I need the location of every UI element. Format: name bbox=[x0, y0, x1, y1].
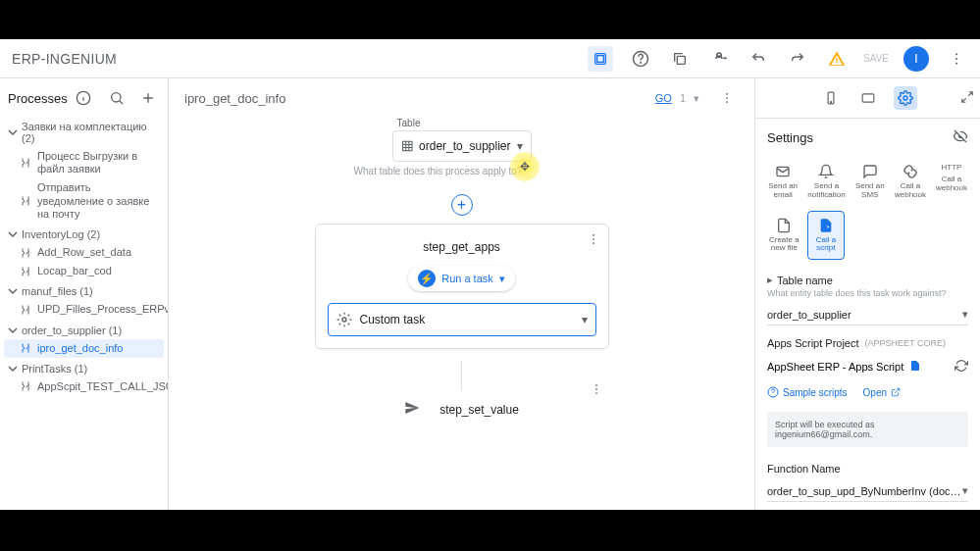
svg-rect-24 bbox=[862, 94, 874, 102]
search-icon[interactable] bbox=[105, 86, 129, 110]
svg-point-23 bbox=[830, 102, 831, 103]
canvas: ipro_get_doc_info GO 1 ▾ Table order_to_… bbox=[169, 78, 754, 510]
bolt-icon: ⚡ bbox=[418, 270, 436, 287]
open-link[interactable]: Open bbox=[863, 386, 901, 398]
apps-script-label: Apps Script Project (APPSHEET CORE) bbox=[767, 337, 968, 349]
settings-title: Settings bbox=[755, 119, 980, 153]
chevron-down-icon: ▾ bbox=[582, 313, 588, 326]
topbar: ERP-INGENIUM SAVE I bbox=[0, 39, 980, 78]
move-cursor-icon: ✥ bbox=[510, 152, 540, 181]
add-step-button[interactable]: + bbox=[451, 194, 473, 216]
chevron-down-icon: ▾ bbox=[517, 139, 523, 153]
breadcrumb: ipro_get_doc_info bbox=[184, 91, 285, 106]
table-label: Table bbox=[397, 118, 421, 128]
svg-point-20 bbox=[595, 388, 597, 390]
gear-icon bbox=[336, 312, 352, 327]
svg-point-15 bbox=[593, 234, 594, 236]
function-name-label: Function Name bbox=[767, 463, 968, 475]
step-menu-icon[interactable] bbox=[715, 86, 739, 110]
table-name-hint: What entity table does this task work ag… bbox=[767, 288, 968, 298]
document-icon[interactable] bbox=[909, 359, 921, 375]
table-select[interactable]: order_to_supplier ▾ bbox=[392, 130, 532, 162]
task-type-webhook[interactable]: Call a webhook bbox=[892, 157, 929, 207]
process-tree: Заявки на комплектацию (2) Процесс Выгру… bbox=[0, 118, 168, 406]
more-menu-icon[interactable] bbox=[945, 47, 968, 71]
step-card[interactable]: step_get_apps ⚡ Run a task ▾ Custom task… bbox=[315, 224, 609, 349]
preview-icon[interactable] bbox=[588, 46, 613, 72]
info-icon[interactable] bbox=[72, 86, 95, 110]
app-name: ERP-INGENIUM bbox=[12, 51, 117, 67]
svg-point-8 bbox=[955, 62, 957, 64]
tab-mobile[interactable] bbox=[819, 86, 843, 110]
copy-icon[interactable] bbox=[668, 47, 692, 71]
svg-point-19 bbox=[595, 384, 597, 386]
sidebar: Processes Заявки на комплектацию (2) Про… bbox=[0, 78, 169, 510]
warning-icon[interactable] bbox=[825, 47, 849, 71]
svg-point-11 bbox=[726, 93, 728, 95]
redo-icon[interactable] bbox=[786, 47, 809, 71]
send-icon bbox=[404, 400, 420, 420]
help-icon[interactable] bbox=[629, 47, 652, 71]
device-tabs bbox=[755, 78, 980, 119]
tree-item[interactable]: UPD_Filles_Process_ERPv3 bbox=[4, 300, 164, 319]
table-name-select[interactable]: order_to_supplier▾ bbox=[767, 304, 968, 326]
share-icon[interactable] bbox=[707, 47, 731, 71]
svg-point-16 bbox=[593, 238, 594, 240]
chevron-right-icon[interactable]: ▸ bbox=[767, 274, 773, 286]
tab-settings[interactable] bbox=[894, 86, 917, 110]
task-type-file[interactable]: Create a new file bbox=[765, 211, 803, 261]
go-count: 1 bbox=[680, 92, 686, 104]
project-row: AppSheet ERP - Apps Script bbox=[755, 355, 980, 378]
table-name-label: ▸Table name bbox=[767, 274, 968, 286]
tree-group-3[interactable]: order_to_supplier (1) bbox=[4, 322, 164, 339]
task-type-sms[interactable]: Send an SMS bbox=[852, 157, 888, 207]
tree-item[interactable]: Add_Row_set_data bbox=[4, 243, 164, 262]
tree-item[interactable]: Locap_bar_cod bbox=[4, 262, 164, 280]
svg-point-6 bbox=[955, 53, 957, 55]
custom-task-select[interactable]: Custom task ▾ bbox=[328, 303, 596, 336]
task-type-http[interactable]: HTTPCall a webhook bbox=[933, 157, 970, 207]
svg-point-7 bbox=[955, 58, 957, 60]
tree-item[interactable]: Процесс Выгрузки в файл заявки bbox=[4, 147, 164, 178]
undo-icon[interactable] bbox=[747, 47, 770, 71]
step-floating[interactable]: step_set_value bbox=[404, 400, 519, 420]
step-menu-icon[interactable] bbox=[587, 232, 600, 250]
connector bbox=[461, 361, 462, 390]
tree-item-selected[interactable]: ipro_get_doc_info bbox=[4, 339, 164, 358]
svg-point-25 bbox=[903, 96, 907, 100]
table-icon bbox=[401, 139, 414, 153]
tree-group-1[interactable]: InventoryLog (2) bbox=[4, 225, 164, 243]
task-type-script[interactable]: Call a script bbox=[807, 211, 846, 261]
step-title: step_set_value bbox=[439, 403, 519, 417]
svg-point-10 bbox=[112, 93, 121, 102]
tree-group-2[interactable]: manuf_files (1) bbox=[4, 282, 164, 300]
tree-item[interactable]: Отправить уведомление о заявке на почту bbox=[4, 178, 164, 224]
sidebar-title: Processes bbox=[8, 91, 68, 106]
refresh-icon[interactable] bbox=[954, 359, 968, 375]
add-icon[interactable] bbox=[136, 86, 160, 110]
tab-tablet[interactable] bbox=[856, 86, 880, 110]
expand-icon[interactable] bbox=[960, 90, 974, 106]
svg-point-21 bbox=[595, 392, 597, 394]
go-link[interactable]: GO bbox=[655, 92, 672, 104]
table-value: order_to_supplier bbox=[419, 139, 510, 153]
script-note: Script will be executed as ingenium66@gm… bbox=[767, 412, 968, 447]
tree-item[interactable]: AppScpit_TEST_CALL_JSON bbox=[4, 377, 164, 396]
avatar[interactable]: I bbox=[903, 46, 929, 72]
svg-point-3 bbox=[641, 62, 642, 63]
run-task-button[interactable]: ⚡ Run a task ▾ bbox=[408, 266, 515, 291]
function-name-select[interactable]: order_to_sup_upd_ByNumberInv (doc_num, i… bbox=[767, 480, 968, 502]
save-label: SAVE bbox=[864, 47, 888, 71]
step-menu-icon[interactable] bbox=[590, 382, 603, 400]
tree-group-4[interactable]: PrintTasks (1) bbox=[4, 360, 164, 377]
tree-group-0[interactable]: Заявки на комплектацию (2) bbox=[4, 118, 164, 147]
task-type-notification[interactable]: Send a notification bbox=[804, 157, 848, 207]
chevron-down-icon[interactable]: ▾ bbox=[694, 92, 699, 105]
settings-panel: Settings Send an email Send a notificati… bbox=[754, 78, 980, 510]
task-type-email[interactable]: Send an email bbox=[765, 157, 800, 207]
svg-point-18 bbox=[342, 318, 346, 322]
sample-scripts-link[interactable]: Sample scripts bbox=[767, 386, 848, 398]
table-hint: What table does this process apply to? ✥ bbox=[354, 166, 523, 176]
svg-point-13 bbox=[726, 101, 728, 103]
visibility-icon[interactable] bbox=[953, 128, 968, 147]
